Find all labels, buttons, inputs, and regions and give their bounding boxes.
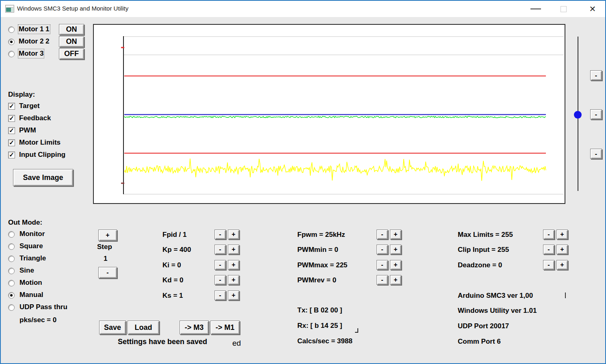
step-plus-button[interactable]: + (98, 230, 117, 241)
kp-value: Kp = 400 (162, 246, 191, 254)
check-icon: ✓ (9, 127, 14, 133)
fpid-value: Fpid / 1 (162, 231, 187, 239)
maximize-button[interactable] (554, 1, 573, 17)
motor-3-label[interactable]: Motor 3 (19, 50, 43, 58)
out-mode-motion-radio[interactable] (8, 280, 15, 286)
motor-limits-checkbox-label[interactable]: Motor Limits (19, 139, 61, 147)
window-title: Windows SMC3 Setup and Monitor Utility (17, 5, 128, 12)
out-mode-udp-label[interactable]: UDP Pass thru (19, 303, 67, 311)
pwm-checkbox[interactable]: ✓ (8, 127, 15, 134)
pwmmax-minus-button[interactable]: - (377, 260, 388, 270)
fpid-plus-button[interactable]: + (228, 230, 239, 239)
monitor-plot (94, 25, 565, 203)
out-mode-motion-label[interactable]: Motion (19, 279, 42, 287)
pwm-checkbox-label[interactable]: PWM (19, 126, 36, 134)
pwmrev-plus-button[interactable]: + (390, 275, 401, 285)
tx-readout: Tx: [ B 02 00 ] (297, 306, 342, 314)
ki-value: Ki = 0 (162, 261, 181, 269)
copy-to-m1-button[interactable]: -> M1 (210, 321, 240, 334)
motor-3-power-button[interactable]: OFF (59, 48, 84, 59)
kd-minus-button[interactable]: - (214, 275, 226, 285)
feedback-checkbox[interactable]: ✓ (8, 115, 15, 122)
out-mode-sine-radio[interactable] (8, 268, 15, 274)
kd-value: Kd = 0 (162, 276, 184, 284)
motor-2-label[interactable]: Motor 2 2 (19, 37, 50, 46)
deadzone-plus-button[interactable]: + (556, 260, 568, 270)
pwmmax-plus-button[interactable]: + (390, 260, 401, 270)
motor-2-radio[interactable] (8, 39, 15, 45)
save-settings-button[interactable]: Save (99, 321, 126, 334)
max-limits-minus-button[interactable]: - (543, 230, 554, 239)
fpid-minus-button[interactable]: - (214, 230, 226, 239)
out-mode-monitor-radio[interactable] (8, 231, 15, 238)
minimize-button[interactable] (526, 1, 545, 17)
input-clipping-checkbox[interactable]: ✓ (8, 152, 15, 158)
out-mode-triangle-label[interactable]: Triangle (19, 254, 46, 262)
upper-limit-minus-button[interactable]: - (590, 70, 602, 80)
pks-per-sec-value: pks/sec = 0 (19, 316, 56, 324)
pwmmax-value: PWMmax = 225 (297, 261, 347, 269)
lower-limit-minus-button[interactable]: - (590, 149, 602, 159)
out-mode-square-radio[interactable] (8, 243, 15, 250)
pwmmin-plus-button[interactable]: + (390, 245, 401, 254)
pwmrev-minus-button[interactable]: - (377, 275, 388, 285)
title-bar: Windows SMC3 Setup and Monitor Utility ✕ (1, 1, 605, 17)
ks-minus-button[interactable]: - (214, 290, 226, 300)
comm-port-text: Comm Port 6 (458, 338, 501, 346)
input-clipping-checkbox-label[interactable]: Input Clipping (19, 151, 65, 159)
arduino-version-text: Arduino SMC3 ver 1,00 (458, 292, 533, 300)
ks-plus-button[interactable]: + (228, 290, 239, 300)
out-mode-manual-label[interactable]: Manual (19, 291, 43, 299)
motor-1-power-button[interactable]: ON (59, 24, 84, 35)
target-minus-button[interactable]: - (590, 109, 602, 119)
copy-to-m3-button[interactable]: -> M3 (180, 321, 209, 334)
step-value: 1 (104, 255, 107, 263)
ki-minus-button[interactable]: - (214, 260, 226, 270)
fpwm-plus-button[interactable]: + (390, 230, 401, 239)
out-mode-monitor-label[interactable]: Monitor (19, 230, 45, 238)
kp-plus-button[interactable]: + (228, 245, 239, 254)
motor-1-label[interactable]: Motor 1 1 (19, 25, 50, 33)
ki-plus-button[interactable]: + (228, 260, 239, 270)
close-button[interactable]: ✕ (583, 1, 602, 17)
app-icon[interactable] (5, 5, 14, 13)
motor-limits-checkbox[interactable]: ✓ (8, 139, 15, 146)
motor-3-radio[interactable] (8, 51, 15, 57)
out-mode-section-label: Out Mode: (8, 219, 42, 227)
cursor-artifact (565, 292, 566, 298)
pwmmin-value: PWMmin = 0 (297, 246, 338, 254)
target-checkbox[interactable]: ✓ (8, 103, 15, 110)
check-icon: ✓ (9, 115, 14, 121)
clip-input-value: Clip Input = 255 (458, 246, 509, 254)
app-window: Windows SMC3 Setup and Monitor Utility ✕… (0, 0, 606, 364)
out-mode-triangle-radio[interactable] (8, 256, 15, 262)
load-settings-button[interactable]: Load (128, 321, 159, 334)
out-mode-sine-label[interactable]: Sine (19, 266, 34, 275)
rx-artifact (355, 328, 358, 333)
kp-minus-button[interactable]: - (214, 245, 226, 254)
check-icon: ✓ (9, 152, 14, 158)
clip-input-plus-button[interactable]: + (556, 245, 568, 254)
max-limits-plus-button[interactable]: + (556, 230, 568, 239)
step-minus-button[interactable]: - (98, 267, 117, 278)
pwmmin-minus-button[interactable]: - (377, 245, 388, 254)
clip-input-minus-button[interactable]: - (543, 245, 554, 254)
monitor-chart-frame (93, 24, 565, 204)
fpwm-value: Fpwm = 25kHz (297, 231, 345, 239)
save-image-button[interactable]: Save Image (13, 169, 73, 186)
settings-status-artifact: ed (232, 339, 241, 348)
motor-1-radio[interactable] (8, 26, 15, 33)
out-mode-square-label[interactable]: Square (19, 242, 43, 250)
deadzone-minus-button[interactable]: - (543, 260, 554, 270)
target-checkbox-label[interactable]: Target (19, 102, 40, 110)
out-mode-manual-radio[interactable] (8, 292, 15, 299)
out-mode-udp-radio[interactable] (8, 304, 15, 311)
feedback-checkbox-label[interactable]: Feedback (19, 114, 51, 122)
check-icon: ✓ (9, 103, 14, 109)
settings-status-text: Settings have been saved (118, 338, 207, 346)
limit-slider-handle[interactable] (574, 111, 582, 119)
fpwm-minus-button[interactable]: - (377, 230, 388, 239)
motor-2-power-button[interactable]: ON (59, 36, 84, 47)
ks-value: Ks = 1 (162, 292, 183, 300)
kd-plus-button[interactable]: + (228, 275, 239, 285)
